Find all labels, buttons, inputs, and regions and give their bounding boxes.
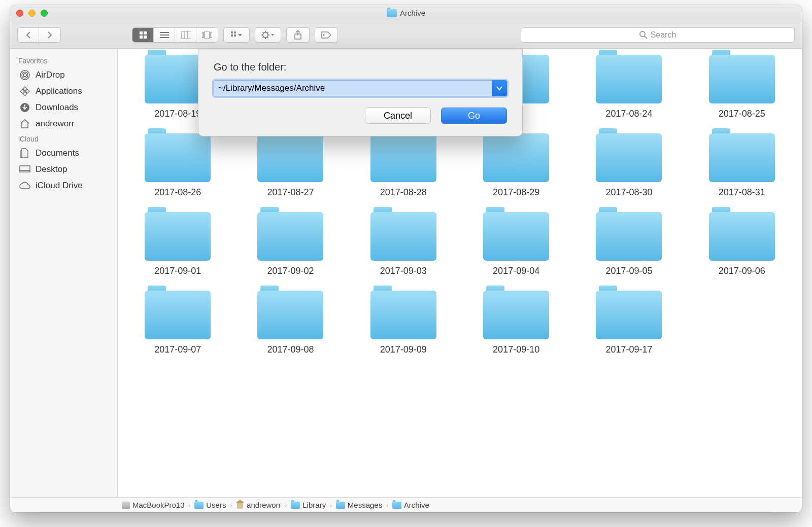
folder-item[interactable]: 2017-09-09 xyxy=(356,291,451,355)
path-segment[interactable]: andreworr xyxy=(236,501,281,509)
folder-item[interactable]: 2017-09-06 xyxy=(694,212,790,276)
sidebar-item-desktop[interactable]: Desktop xyxy=(10,161,117,178)
folder-icon xyxy=(392,502,401,509)
sidebar-item-icloud-drive[interactable]: iCloud Drive xyxy=(10,178,117,194)
search-field[interactable]: Search xyxy=(521,27,795,43)
search-placeholder: Search xyxy=(651,30,676,40)
home-icon xyxy=(236,502,244,509)
sidebar-item-airdrop[interactable]: AirDrop xyxy=(10,67,117,83)
folder-item[interactable]: 2017-09-17 xyxy=(581,291,676,355)
svg-rect-15 xyxy=(231,34,233,37)
view-icon-button[interactable] xyxy=(132,28,154,42)
svg-rect-13 xyxy=(231,31,233,33)
folder-item[interactable]: 2017-09-08 xyxy=(243,291,338,355)
view-switcher xyxy=(132,27,218,43)
folder-item[interactable]: 2017-09-01 xyxy=(130,212,225,276)
folder-icon xyxy=(387,9,397,17)
folder-item[interactable]: 2017-08-24 xyxy=(581,55,676,119)
svg-point-23 xyxy=(22,72,28,78)
documents-icon xyxy=(19,148,30,158)
folder-icon xyxy=(291,502,300,509)
harddrive-icon xyxy=(122,502,130,509)
folder-label: 2017-08-19 xyxy=(154,109,201,119)
folder-label: 2017-09-07 xyxy=(154,344,201,355)
folder-label: 2017-08-29 xyxy=(493,187,539,198)
titlebar: Archive xyxy=(10,5,802,21)
dialog-title: Go to the folder: xyxy=(214,61,507,73)
sidebar-item-downloads[interactable]: Downloads xyxy=(10,99,117,116)
folder-label: 2017-09-17 xyxy=(605,344,652,355)
folder-item[interactable]: 2017-08-26 xyxy=(130,133,225,198)
svg-rect-26 xyxy=(20,166,30,172)
airdrop-icon xyxy=(19,70,30,80)
folder-label: 2017-08-24 xyxy=(605,109,652,119)
cancel-button[interactable]: Cancel xyxy=(365,108,431,124)
sidebar-header: Favorites xyxy=(10,54,117,67)
minimize-button[interactable] xyxy=(28,10,36,17)
chevron-down-icon[interactable] xyxy=(492,80,507,96)
folder-icon xyxy=(483,212,549,261)
forward-button[interactable] xyxy=(39,28,60,42)
folder-item[interactable]: 2017-08-25 xyxy=(694,55,790,119)
folder-label: 2017-09-03 xyxy=(380,266,427,276)
close-button[interactable] xyxy=(16,10,23,17)
sidebar-item-andreworr[interactable]: andreworr xyxy=(10,116,117,132)
folder-icon xyxy=(483,291,549,339)
sidebar-item-applications[interactable]: Applications xyxy=(10,83,117,99)
path-segment[interactable]: Library xyxy=(291,501,326,509)
folder-item[interactable]: 2017-09-02 xyxy=(243,212,338,276)
desktop-icon xyxy=(19,164,30,174)
view-gallery-button[interactable] xyxy=(196,28,218,42)
folder-icon xyxy=(596,55,662,103)
folder-item[interactable]: 2017-08-31 xyxy=(694,133,790,198)
folder-icon xyxy=(145,133,211,182)
dialog-buttons: Cancel Go xyxy=(214,108,507,124)
path-segment[interactable]: Archive xyxy=(392,501,429,509)
sidebar-item-label: iCloud Drive xyxy=(36,181,83,191)
path-combobox[interactable] xyxy=(214,80,507,96)
folder-icon xyxy=(709,133,775,182)
chevron-right-icon: › xyxy=(329,502,333,508)
svg-rect-10 xyxy=(202,32,204,38)
folder-item[interactable]: 2017-08-30 xyxy=(581,133,676,198)
toolbar: Search xyxy=(10,21,802,49)
folder-item[interactable]: 2017-09-07 xyxy=(130,291,225,355)
go-button[interactable]: Go xyxy=(441,108,507,124)
back-button[interactable] xyxy=(18,28,39,42)
svg-rect-0 xyxy=(140,31,143,34)
chevron-right-icon: › xyxy=(229,502,233,508)
finder-window: Archive xyxy=(10,5,802,512)
folder-item[interactable]: 2017-08-27 xyxy=(243,133,338,198)
svg-point-20 xyxy=(640,31,645,37)
action-button[interactable] xyxy=(255,27,281,43)
path-label: MacBookPro13 xyxy=(132,501,185,509)
folder-label: 2017-08-31 xyxy=(719,187,765,198)
folder-icon xyxy=(596,133,662,182)
view-list-button[interactable] xyxy=(154,28,175,42)
path-input[interactable] xyxy=(214,80,492,96)
folder-label: 2017-08-26 xyxy=(154,187,201,198)
maximize-button[interactable] xyxy=(41,10,48,17)
svg-rect-12 xyxy=(211,32,212,38)
share-button[interactable] xyxy=(286,27,310,43)
sidebar-item-documents[interactable]: Documents xyxy=(10,145,117,161)
path-segment[interactable]: Messages xyxy=(336,501,382,509)
folder-icon xyxy=(596,212,662,261)
sidebar-item-label: andreworr xyxy=(36,119,75,129)
view-columns-button[interactable] xyxy=(175,28,196,42)
folder-item[interactable]: 2017-09-10 xyxy=(468,291,564,355)
folder-icon xyxy=(709,55,775,103)
svg-rect-3 xyxy=(144,36,147,39)
svg-rect-7 xyxy=(181,31,190,39)
folder-item[interactable]: 2017-09-05 xyxy=(581,212,676,276)
traffic-lights xyxy=(16,10,48,17)
path-segment[interactable]: MacBookPro13 xyxy=(122,501,185,509)
folder-item[interactable]: 2017-08-29 xyxy=(468,133,564,198)
folder-icon xyxy=(257,291,323,339)
folder-item[interactable]: 2017-09-03 xyxy=(356,212,451,276)
path-segment[interactable]: Users xyxy=(194,501,226,509)
arrange-button[interactable] xyxy=(223,27,250,43)
tags-button[interactable] xyxy=(315,27,338,43)
folder-item[interactable]: 2017-08-28 xyxy=(356,133,451,198)
folder-item[interactable]: 2017-09-04 xyxy=(468,212,564,276)
